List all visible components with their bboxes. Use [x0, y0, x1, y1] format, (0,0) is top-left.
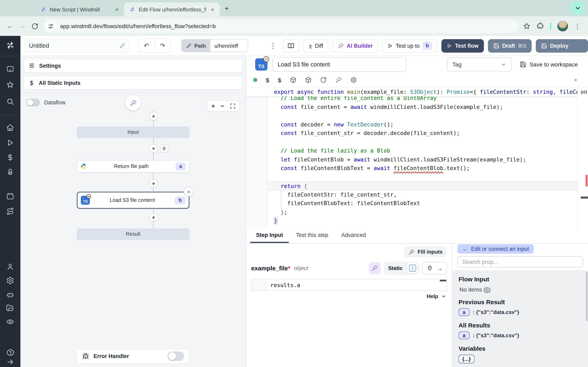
- tag-select[interactable]: Tag: [447, 58, 511, 71]
- forward-button[interactable]: →: [16, 20, 29, 32]
- static-mode-label[interactable]: Static: [384, 265, 406, 271]
- insert-step-button[interactable]: +: [149, 144, 158, 152]
- flow-title-input[interactable]: Untitled: [25, 39, 130, 53]
- sidebar-item-help[interactable]: [0, 348, 20, 357]
- sidebar-item-users[interactable]: [0, 263, 20, 271]
- function-icon: ƒ: [409, 265, 416, 272]
- fit-view-icon[interactable]: [230, 103, 236, 109]
- code-editor[interactable]: // Load the entire file_content as a Uin…: [246, 87, 588, 228]
- sidebar-item-home[interactable]: [0, 124, 20, 132]
- tab-search-button[interactable]: [571, 1, 585, 15]
- reload-button[interactable]: [29, 20, 41, 32]
- test-flow-button[interactable]: Test flow: [441, 39, 484, 52]
- edit-title-icon[interactable]: [119, 43, 125, 49]
- sidebar-item-routes[interactable]: [0, 207, 20, 215]
- flow-node-b-selected[interactable]: TS Load S3 file content b: [77, 192, 190, 209]
- dataflow-label: Dataflow: [44, 100, 66, 106]
- tab-test-this-step[interactable]: Test this step: [290, 228, 334, 243]
- tab-step-input[interactable]: Step Input: [250, 228, 289, 243]
- site-settings-icon[interactable]: [45, 21, 56, 32]
- edit-or-connect-button[interactable]: ← Edit or connect an input: [457, 244, 534, 254]
- all-static-inputs-button[interactable]: All Static Inputs: [24, 76, 242, 90]
- undo-button[interactable]: ↶: [138, 39, 154, 52]
- sidebar-item-schedules[interactable]: [0, 192, 20, 200]
- sidebar-item-folders[interactable]: [0, 304, 20, 312]
- panel-scrollbar[interactable]: [586, 272, 588, 321]
- connect-input-button[interactable]: →: [422, 262, 447, 275]
- horizontal-scrollbar[interactable]: [581, 197, 588, 199]
- tab-close-icon[interactable]: ×: [209, 6, 216, 12]
- sidebar-collapse-icon[interactable]: [0, 358, 20, 366]
- browser-menu-icon[interactable]: ⋮: [574, 22, 581, 30]
- flow-node-input[interactable]: Input: [77, 126, 190, 138]
- fill-inputs-button[interactable]: Fill inputs: [404, 246, 447, 257]
- flow-settings-button[interactable]: Settings: [24, 59, 242, 73]
- flow-node-result[interactable]: Result: [77, 228, 190, 240]
- path-button[interactable]: Path: [182, 40, 210, 52]
- search-prop-input[interactable]: [457, 256, 583, 267]
- zoom-out-icon[interactable]: −: [221, 102, 224, 109]
- extensions-icon[interactable]: [536, 22, 544, 30]
- insert-step-button[interactable]: +: [149, 112, 158, 120]
- package-icon[interactable]: [290, 77, 296, 83]
- sidebar-item-apps[interactable]: [0, 65, 20, 73]
- ai-fill-button[interactable]: [369, 262, 380, 274]
- tab-advanced[interactable]: Advanced: [336, 228, 372, 243]
- sidebar-item-settings[interactable]: [0, 276, 20, 285]
- help-button[interactable]: Help: [427, 293, 446, 299]
- result-key-badge[interactable]: a: [458, 332, 470, 339]
- bookmark-star-icon[interactable]: [523, 22, 530, 30]
- sidebar-item-variables[interactable]: [0, 153, 20, 161]
- path-input[interactable]: [210, 40, 248, 52]
- zoom-in-icon[interactable]: +: [211, 102, 215, 109]
- more-menu-icon[interactable]: ⋮: [268, 42, 278, 50]
- library-icon[interactable]: [575, 77, 581, 83]
- insert-step-button[interactable]: +: [149, 213, 158, 221]
- error-handler-toggle[interactable]: [167, 351, 184, 361]
- browser-tab-edit-flow[interactable]: Edit Flow u/henri/effortless_fl ×: [124, 2, 220, 16]
- ai-builder-button[interactable]: AI Builder: [333, 39, 378, 52]
- insert-step-button[interactable]: +: [149, 179, 158, 188]
- ai-flow-wand-button[interactable]: [125, 95, 141, 110]
- sidebar-item-favorites[interactable]: [0, 81, 20, 89]
- previous-result-row[interactable]: a : {"s3":"data.csv"}: [458, 308, 582, 316]
- sidebar-item-audit[interactable]: [0, 318, 20, 326]
- editor-content: Settings All Static Inputs Dataflow: [20, 56, 588, 367]
- profile-avatar[interactable]: [557, 21, 568, 31]
- dataflow-toggle[interactable]: [26, 99, 40, 106]
- deploy-button[interactable]: Deploy: [536, 39, 588, 52]
- resources-icon[interactable]: $: [278, 76, 281, 83]
- sidebar-item-ai[interactable]: [0, 290, 20, 299]
- expression-scrollbar[interactable]: [440, 280, 446, 281]
- sidebar-item-resources[interactable]: [0, 168, 20, 176]
- step-name-input[interactable]: [272, 57, 406, 72]
- node-title: Load S3 file content: [93, 197, 172, 203]
- expression-editor[interactable]: results.a: [251, 279, 447, 291]
- test-up-to-button[interactable]: Test up to b: [382, 39, 437, 52]
- reload-icon[interactable]: [320, 77, 327, 83]
- variables-badge[interactable]: {...}: [458, 355, 475, 363]
- save-to-workspace-button[interactable]: Save to workspace: [520, 61, 578, 68]
- trigger-button[interactable]: [160, 144, 168, 152]
- redo-button[interactable]: ↷: [154, 39, 170, 52]
- result-key-badge[interactable]: a: [458, 308, 470, 316]
- delete-step-button[interactable]: ×: [184, 187, 194, 197]
- sidebar-item-search[interactable]: [0, 98, 20, 106]
- editor-settings-icon[interactable]: [350, 77, 357, 83]
- docs-button[interactable]: [283, 39, 299, 52]
- javascript-mode-button[interactable]: ƒ: [407, 263, 418, 274]
- sidebar-item-runs[interactable]: [0, 139, 20, 147]
- variables-icon[interactable]: $: [266, 76, 269, 83]
- new-tab-button[interactable]: +: [225, 4, 229, 13]
- draft-button[interactable]: Draft ⌘S: [488, 39, 532, 52]
- flow-node-a[interactable]: Return file path a: [77, 160, 190, 173]
- package-icon[interactable]: [305, 77, 311, 83]
- ai-wand-icon[interactable]: [335, 77, 342, 83]
- all-results-row[interactable]: a : {"s3":"data.csv"}: [458, 332, 582, 339]
- windmill-logo[interactable]: [0, 40, 20, 50]
- tab-close-icon[interactable]: ×: [114, 6, 120, 12]
- back-button[interactable]: ←: [4, 20, 16, 32]
- diff-button[interactable]: ± Diff: [303, 39, 329, 52]
- address-bar[interactable]: app.windmill.dev/flows/edit/u/henri/effo…: [43, 19, 519, 33]
- browser-tab-new-script[interactable]: New Script | Windmill ×: [35, 2, 124, 16]
